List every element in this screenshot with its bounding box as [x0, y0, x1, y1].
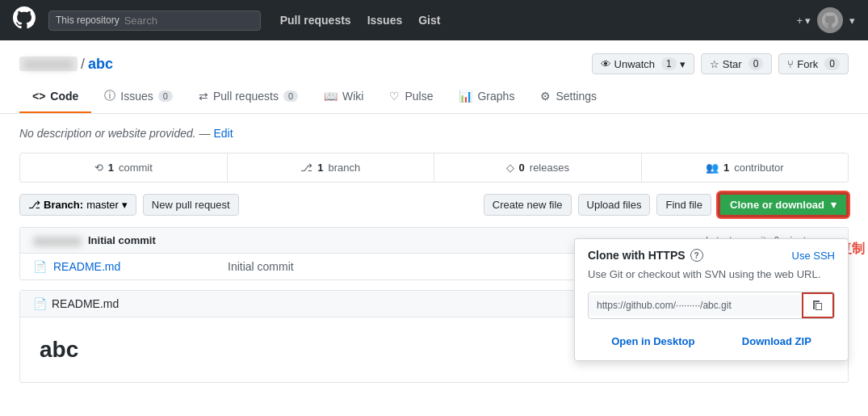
tab-pull-requests[interactable]: ⇄ Pull requests 0 [186, 81, 311, 113]
clone-url-row [588, 292, 835, 319]
search-input[interactable] [124, 15, 254, 27]
toolbar-right: Create new file Upload files Find file C… [484, 192, 849, 217]
nav-issues[interactable]: Issues [367, 14, 403, 27]
edit-description-link[interactable]: Edit [213, 127, 233, 140]
avatar[interactable] [817, 7, 843, 33]
file-name-link[interactable]: README.md [53, 260, 215, 273]
new-button[interactable]: + ▾ [796, 15, 811, 27]
unwatch-button[interactable]: 👁 Unwatch 1 ▾ [592, 53, 694, 74]
branch-selector[interactable]: ⎇ Branch: master ▾ [19, 194, 136, 216]
repo-name[interactable]: abc [88, 56, 113, 73]
clone-header: Clone with HTTPS ? Use SSH [575, 239, 848, 265]
clone-dropdown: Clone with HTTPS ? Use SSH Use Git or ch… [574, 238, 849, 361]
tab-graphs[interactable]: 📊 Graphs [446, 81, 527, 113]
clone-actions: Open in Desktop Download ZIP [575, 329, 848, 360]
nav-pull-requests[interactable]: Pull requests [280, 14, 351, 27]
clone-description: Use Git or checkout with SVN using the w… [575, 265, 848, 288]
header-search-bar[interactable]: This repository [48, 11, 261, 31]
commits-stat[interactable]: ⟲ 1 commit [20, 153, 228, 182]
header-actions: + ▾ ▾ [796, 7, 855, 33]
nav-gist[interactable]: Gist [418, 14, 440, 27]
fork-button[interactable]: ⑂ Fork 0 [778, 53, 849, 74]
search-repo-label: This repository [56, 15, 120, 26]
copy-url-button[interactable] [802, 292, 834, 318]
use-ssh-link[interactable]: Use SSH [792, 250, 835, 262]
tab-pulse[interactable]: ♡ Pulse [376, 81, 446, 113]
tab-code[interactable]: <> Code [19, 81, 91, 113]
clone-title: Clone with HTTPS ? [588, 249, 703, 262]
new-pull-request-button[interactable]: New pull request [143, 194, 239, 216]
repo-tabs: <> Code ⓘ Issues 0 ⇄ Pull requests 0 📖 W… [0, 81, 868, 114]
repo-owner [19, 57, 78, 71]
breadcrumb: / abc [19, 56, 113, 73]
header: This repository Pull requests Issues Gis… [0, 0, 868, 40]
file-icon: 📄 [33, 260, 47, 273]
page: This repository Pull requests Issues Gis… [0, 0, 868, 416]
find-file-button[interactable]: Find file [656, 194, 711, 216]
open-in-desktop-link[interactable]: Open in Desktop [611, 335, 694, 347]
tab-settings[interactable]: ⚙ Settings [527, 81, 610, 113]
tab-issues[interactable]: ⓘ Issues 0 [91, 81, 186, 113]
download-zip-link[interactable]: Download ZIP [742, 335, 811, 347]
star-button[interactable]: ☆ Star 0 [701, 53, 773, 74]
releases-stat[interactable]: ◇ 0 releases [434, 153, 642, 182]
file-toolbar: ⎇ Branch: master ▾ New pull request Crea… [19, 192, 849, 217]
upload-files-button[interactable]: Upload files [578, 194, 651, 216]
stats-bar: ⟲ 1 commit ⎇ 1 branch ◇ 0 releases 👥 1 c… [19, 153, 849, 183]
tab-wiki[interactable]: 📖 Wiki [311, 81, 376, 113]
clone-url-input[interactable] [589, 295, 802, 316]
repo-actions: 👁 Unwatch 1 ▾ ☆ Star 0 ⑂ Fork 0 [592, 53, 849, 74]
header-nav: Pull requests Issues Gist [280, 14, 441, 27]
repo-description: No description or website provided. — Ed… [0, 114, 868, 153]
clone-help-icon[interactable]: ? [690, 249, 703, 262]
clone-or-download-button[interactable]: Clone or download ▾ [718, 192, 849, 217]
branches-stat[interactable]: ⎇ 1 branch [228, 153, 435, 182]
github-logo-icon [13, 6, 36, 34]
repo-header: / abc 👁 Unwatch 1 ▾ ☆ Star 0 ⑂ Fork 0 [0, 40, 868, 81]
create-new-file-button[interactable]: Create new file [484, 194, 572, 216]
contributors-stat[interactable]: 👥 1 contributor [642, 153, 849, 182]
